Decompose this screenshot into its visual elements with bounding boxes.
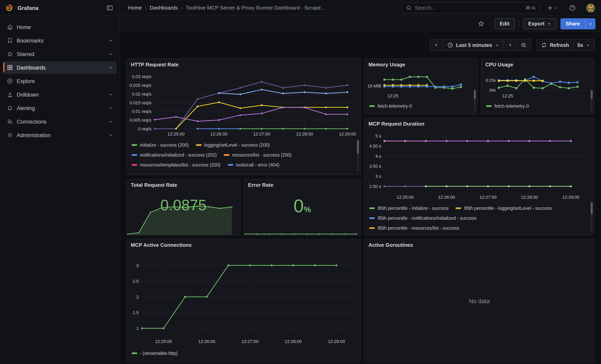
legend-item[interactable]: 95th percentile - notifications/initiali…	[369, 216, 476, 220]
breadcrumb-item[interactable]: Home	[128, 5, 142, 11]
grafana-app: Grafana Home›Dashboards›ToolHive MCP Ser…	[0, 0, 601, 364]
search-box[interactable]: ⌘+k	[401, 2, 540, 13]
chevron-down-icon[interactable]	[105, 65, 116, 70]
legend-scrollbar[interactable]	[591, 89, 593, 112]
time-controls: Last 5 minutes Refresh	[430, 39, 595, 51]
dashboard-canvas: Last 5 minutes Refresh	[120, 32, 601, 364]
zoom-out-icon[interactable]	[517, 39, 531, 51]
dock-sidebar-icon[interactable]	[105, 3, 115, 13]
sidebar-item-label: Starred	[17, 51, 105, 57]
legend-item[interactable]: fetch-telemetry-0	[369, 104, 412, 108]
sidebar-item-connections[interactable]: Connections	[3, 115, 116, 128]
cpu-usage-chart[interactable]: 0.2%0%12:25	[483, 69, 590, 99]
divider	[581, 4, 582, 11]
legend-swatch	[196, 144, 201, 146]
error-rate-sparkline[interactable]	[244, 229, 360, 235]
panel-title[interactable]: CPU Usage	[481, 59, 594, 69]
svg-text:12:28:00: 12:28:00	[521, 195, 538, 200]
legend-scrollbar[interactable]	[357, 139, 359, 171]
legend-item[interactable]: logging/setLevel - success (200)	[196, 142, 270, 147]
sidebar-item-starred[interactable]: Starred	[3, 48, 116, 60]
sidebar-nav: HomeBookmarksStarredDashboardsExploreDri…	[0, 16, 120, 364]
svg-text:4 s: 4 s	[375, 154, 381, 159]
legend-item[interactable]: tools/call - error (404)	[228, 162, 280, 167]
share-button-group: Share	[561, 18, 595, 29]
export-button[interactable]: Export	[523, 18, 556, 29]
legend-scrollbar[interactable]	[474, 89, 476, 112]
legend-item[interactable]: resources/list - success (200)	[224, 152, 291, 157]
sidebar-item-bookmarks[interactable]: Bookmarks	[3, 34, 116, 47]
legend-item[interactable]: fetch-telemetry-0	[486, 104, 529, 108]
legend-item[interactable]: initialize - success (200)	[131, 142, 189, 147]
http-request-rate-chart[interactable]: 0.03 req/s0.025 req/s0.02 req/s0.015 req…	[129, 71, 357, 138]
panel-title[interactable]: Memory Usage	[364, 59, 477, 69]
divider	[490, 20, 491, 27]
chevron-down-icon[interactable]	[105, 106, 116, 110]
grafana-logo[interactable]	[5, 3, 13, 12]
legend-label: 95th percentile - resources/list - succe…	[378, 226, 459, 230]
legend-item[interactable]: resources/templates/list - success (200)	[131, 162, 220, 167]
compass-icon	[3, 78, 17, 84]
search-input[interactable]	[415, 5, 522, 11]
svg-text:0.02 req/s: 0.02 req/s	[132, 92, 151, 97]
avatar[interactable]	[586, 3, 595, 12]
mcp-request-duration-chart[interactable]: 5 s4.50 s4 s3.50 s3 s2.50 s12:25:0012:26…	[367, 130, 590, 201]
time-range-picker[interactable]: Last 5 minutes	[443, 39, 504, 51]
refresh-button[interactable]: Refresh	[537, 39, 573, 51]
memory-usage-chart[interactable]: 16 MiB12:25	[366, 69, 473, 99]
legend-swatch	[369, 227, 375, 229]
svg-text:12:27:00: 12:27:00	[253, 132, 270, 137]
svg-text:3 s: 3 s	[375, 174, 381, 179]
chevron-down-icon[interactable]	[105, 92, 116, 97]
legend-swatch	[369, 207, 375, 209]
share-dropdown-button[interactable]	[585, 18, 595, 29]
time-back-button[interactable]	[430, 39, 443, 51]
legend-item[interactable]: - (streamable-http)	[131, 351, 178, 355]
panel-title[interactable]: Total Request Rate	[127, 179, 240, 189]
help-icon[interactable]	[567, 3, 578, 13]
divider	[519, 20, 519, 27]
legend-label: 95th percentile - initialize - success	[378, 206, 449, 210]
error-rate-value: 0%	[244, 197, 361, 215]
favorite-star-icon[interactable]	[476, 19, 486, 29]
add-new-button[interactable]	[545, 3, 559, 12]
svg-text:0%: 0%	[489, 88, 496, 93]
svg-text:0.01 req/s: 0.01 req/s	[132, 109, 151, 114]
panel-title[interactable]: HTTP Request Rate	[127, 59, 361, 69]
sidebar-item-label: Home	[17, 24, 116, 30]
sidebar-item-home[interactable]: Home	[3, 21, 116, 33]
share-button[interactable]: Share	[561, 18, 585, 29]
legend-label: initialize - success (200)	[140, 142, 189, 147]
svg-text:12:29:00: 12:29:00	[562, 195, 580, 200]
legend-swatch	[131, 154, 137, 156]
chevron-down-icon[interactable]	[105, 133, 116, 138]
panel-total-request-rate: Total Request Rate 0.0875	[126, 179, 240, 236]
edit-button[interactable]: Edit	[494, 18, 515, 29]
time-forward-button[interactable]	[504, 39, 517, 51]
mcp-active-connections-chart[interactable]: 32.521.5112:25:0012:26:0012:27:0012:28:0…	[129, 253, 357, 345]
refresh-interval-picker[interactable]: 5s	[573, 39, 595, 51]
cpu-legend: fetch-telemetry-0	[486, 101, 589, 111]
breadcrumb-separator: ›	[145, 5, 147, 11]
chevron-down-icon[interactable]	[105, 52, 116, 56]
chevron-down-icon[interactable]	[105, 119, 116, 124]
panel-title[interactable]: MCP Active Connections	[127, 239, 361, 249]
legend-item[interactable]: 95th percentile - initialize - success	[369, 206, 449, 210]
legend-item[interactable]: 95th percentile - logging/setLevel - suc…	[456, 206, 552, 210]
sidebar-item-alerting[interactable]: Alerting	[3, 102, 116, 114]
search-shortcut: ⌘+k	[525, 5, 535, 10]
legend-scrollbar[interactable]	[591, 201, 593, 232]
sidebar-item-explore[interactable]: Explore	[3, 75, 116, 88]
sidebar-item-drilldown[interactable]: Drilldown	[3, 88, 116, 101]
top-actions	[545, 3, 601, 13]
sidebar-item-administration[interactable]: Administration	[3, 129, 116, 141]
panel-title[interactable]: MCP Request Duration	[364, 118, 594, 128]
chevron-down-icon[interactable]	[105, 38, 116, 43]
breadcrumb-item[interactable]: Dashboards	[150, 5, 178, 11]
legend-item[interactable]: 95th percentile - resources/list - succe…	[369, 226, 459, 230]
legend-label: fetch-telemetry-0	[494, 104, 529, 108]
sidebar-item-dashboards[interactable]: Dashboards	[3, 61, 116, 74]
panel-title[interactable]: Error Rate	[244, 179, 361, 189]
brand-area: Grafana	[0, 0, 120, 16]
legend-item[interactable]: notifications/initialized - success (202…	[131, 152, 217, 157]
